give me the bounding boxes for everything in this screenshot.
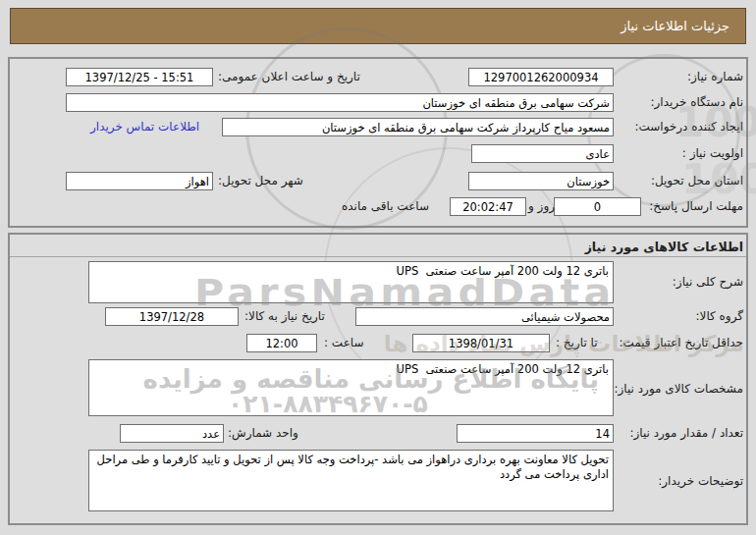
- need-date-label: تاریخ نیاز به کالا:: [244, 307, 325, 326]
- deadline-time-input[interactable]: [450, 197, 526, 216]
- goods-section-title: اطلاعات کالاهای مورد نیاز: [585, 238, 743, 256]
- need-number-label: شماره نیاز:: [687, 68, 743, 86]
- announce-datetime-input[interactable]: [66, 68, 213, 86]
- buyer-org-label: نام دستگاه خریدار:: [651, 93, 744, 112]
- page-title-bar: جزئیات اطلاعات نیاز: [10, 8, 746, 44]
- general-desc-label: شرح کلی نیاز:: [673, 273, 743, 292]
- quantity-input[interactable]: [457, 424, 614, 443]
- request-creator-input[interactable]: [222, 118, 614, 136]
- response-deadline-label: مهلت ارسال پاسخ:: [649, 197, 743, 216]
- general-desc-textarea[interactable]: باتری 12 ولت 200 آمپر ساعت صنعتی UPS: [88, 261, 614, 303]
- buyer-notes-label: توضیحات خریدار:: [658, 472, 743, 491]
- deadline-days-unit: روز و: [528, 197, 555, 216]
- priority-input[interactable]: [471, 144, 614, 163]
- section-divider: [10, 256, 746, 257]
- price-validity-label: حداقل تاریخ اعتبار قیمت:: [619, 334, 743, 352]
- need-details-page: جزئیات اطلاعات نیاز 1001 1001 شماره نیاز…: [0, 0, 756, 535]
- need-date-input[interactable]: [105, 307, 239, 326]
- buyer-notes-textarea[interactable]: تحویل کالا معاونت بهره برداری دراهواز می…: [88, 450, 614, 511]
- until-date-label: تا تاریخ :: [556, 334, 598, 352]
- delivery-city-input[interactable]: [66, 172, 213, 190]
- delivery-province-label: استان محل تحویل:: [651, 172, 743, 190]
- specs-textarea[interactable]: باتری 12 ولت 200 آمپر ساعت صنعتی UPS: [88, 359, 614, 416]
- announce-datetime-label: تاریخ و ساعت اعلان عمومی:: [218, 68, 360, 86]
- deadline-remaining-text: ساعت باقی مانده: [342, 197, 429, 216]
- buyer-contact-link[interactable]: اطلاعات تماس خریدار: [90, 118, 199, 136]
- delivery-province-input[interactable]: [468, 172, 614, 190]
- unit-input[interactable]: [120, 424, 224, 443]
- validity-date-input[interactable]: [412, 334, 550, 352]
- product-group-input[interactable]: [355, 307, 614, 326]
- product-group-label: گروه کالا:: [696, 307, 744, 326]
- page-title: جزئیات اطلاعات نیاز: [621, 19, 729, 33]
- specs-label: مشخصات کالای مورد نیاز:: [614, 380, 743, 399]
- request-creator-label: ایجاد کننده درخواست:: [634, 118, 743, 136]
- buyer-org-input[interactable]: [66, 93, 614, 112]
- validity-hour-input[interactable]: [246, 334, 317, 352]
- priority-label: اولویت نیاز :: [682, 144, 743, 163]
- validity-hour-label: ساعت :: [324, 334, 364, 352]
- delivery-city-label: شهر محل تحویل:: [218, 172, 303, 190]
- need-number-input[interactable]: [468, 68, 614, 86]
- deadline-days-input[interactable]: [554, 197, 641, 216]
- quantity-label: تعداد / مقدار مورد نیاز:: [629, 424, 743, 443]
- unit-label: واحد شمارش:: [228, 424, 298, 443]
